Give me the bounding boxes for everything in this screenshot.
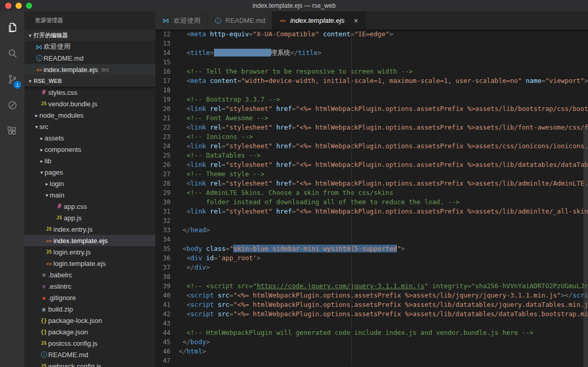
tree-item-index-template-ejs[interactable]: <>index.template.ejs [24,235,155,246]
code-line[interactable]: 34 [155,235,588,244]
open-editor-item-readme[interactable]: iREADME.md [24,52,155,64]
git-icon: ◆ [39,295,48,301]
code-line[interactable]: 45 </body> [155,337,588,347]
tree-item-app-css[interactable]: #app.css [24,201,155,212]
code-line[interactable]: 23 <!-- Ionicons --> [155,132,588,142]
info-icon: i [35,55,44,61]
code-text: <link rel="stylesheet" href="<%= htmlWeb… [179,207,588,215]
code-line[interactable]: 21 <!-- Font Awesome --> [155,114,588,123]
code-line[interactable]: 32 [155,216,588,225]
vscode-window: index.template.ejs — rse_web 1 [0,0,588,367]
tree-item-src[interactable]: ▾src [24,121,155,132]
extensions-icon[interactable] [0,118,24,144]
code-line[interactable]: 31 <link rel="stylesheet" href="<%= html… [155,207,588,216]
editor-scrollbar[interactable] [583,126,588,367]
code-line[interactable]: 27 <!-- Theme style --> [155,170,588,179]
line-number: 13 [155,39,179,48]
code-line[interactable]: 25 <!-- DataTables --> [155,151,588,160]
tree-item-label: app.css [64,203,87,210]
tree-item-webpack-config-js[interactable]: JSwebpack.config.js [24,360,155,367]
code-line[interactable]: 33 </head> [155,225,588,235]
code-line[interactable]: 41 <script src="<%= htmlWebpackPlugin.op… [155,300,588,309]
code-line[interactable]: 37 </div> [155,263,588,272]
code-line[interactable]: 46</html> [155,347,588,356]
tree-item-package-json[interactable]: {}package.json [24,326,155,337]
code-line[interactable]: 38 [155,272,588,281]
open-editor-item-welcome[interactable]: ⋈欢迎使用 [24,41,155,52]
code-editor[interactable]: 12 <meta http-equiv="X-UA-Compatible" co… [155,30,588,367]
code-line[interactable]: 30 folder instead of downloading all of … [155,197,588,207]
tree-item-postcss-config-js[interactable]: JSpostcss.config.js [24,337,155,349]
code-line[interactable]: 39 <!-- <script src="https://code.jquery… [155,281,588,291]
workspace-section-header[interactable]: ▾ RSE_WEB [24,75,155,87]
tree-item-package-lock-json[interactable]: {}package-lock.json [24,315,155,326]
debug-icon[interactable] [0,92,24,118]
tree-item-build-zip[interactable]: ▣build.zip [24,303,155,315]
zoom-window-button[interactable] [26,3,32,9]
redaction-box [214,49,271,57]
tree-item-assets[interactable]: ▸assets [24,132,155,144]
minimize-window-button[interactable] [16,3,22,9]
line-number: 43 [155,319,179,328]
code-line[interactable]: 14 <title>理系统</title> [155,48,588,58]
open-editor-item-index-template-ejs[interactable]: <>index.template.ejssrc [24,64,155,75]
tab-bar: ⋈欢迎使用iREADME.md<>index.template.ejs× [155,11,588,30]
code-line[interactable]: 29 <!-- AdminLTE Skins. Choose a skin fr… [155,188,588,197]
open-editors-header[interactable]: ▾ 打开的编辑器 [24,30,155,41]
tree-item-vendor-bundle-js[interactable]: JSvendor.bundle.js [24,98,155,109]
tree-item-components[interactable]: ▸components [24,144,155,155]
zip-icon: ▣ [39,306,48,312]
source-control-icon[interactable]: 1 [0,66,24,92]
tree-item-gitignore[interactable]: ◆.gitignore [24,292,155,303]
code-line[interactable]: 20 <link rel="stylesheet" href="<%= html… [155,104,588,114]
code-line[interactable]: 18 [155,86,588,95]
tree-item-lib[interactable]: ▸lib [24,155,155,166]
tree-item-pages[interactable]: ▾pages [24,166,155,178]
tree-item-label: webpack.config.js [48,362,102,367]
tree-item-app-js[interactable]: JSapp.js [24,212,155,223]
tree-item-login[interactable]: ▸login [24,178,155,189]
line-number: 23 [155,132,179,142]
code-line[interactable]: 13 [155,39,588,48]
traffic-lights [5,3,32,9]
code-line[interactable]: 12 <meta http-equiv="X-UA-Compatible" co… [155,30,588,39]
tree-item-readme-md[interactable]: iREADME.md [24,349,155,360]
code-line[interactable]: 35 <body class="skin-blue sidebar-mini w… [155,244,588,253]
code-line[interactable]: 26 <link rel="stylesheet" href="<%= html… [155,160,588,170]
tree-item-eslintrc[interactable]: ◇.eslintrc [24,280,155,292]
code-line[interactable]: 40 <script src="<%= htmlWebpackPlugin.op… [155,291,588,300]
code-line[interactable]: 19 <!-- Bootstrap 3.3.7 --> [155,95,588,104]
tree-item-main[interactable]: ▾main [24,189,155,201]
code-line[interactable]: 24 <link rel="stylesheet" href="<%= html… [155,142,588,151]
code-line[interactable]: 28 <link rel="stylesheet" href="<%= html… [155,179,588,188]
tree-item-styles-css[interactable]: #styles.css [24,87,155,98]
code-line[interactable]: 47 [155,356,588,365]
code-line[interactable]: 43 [155,319,588,328]
tree-item-login-template-ejs[interactable]: <>login.template.ejs [24,258,155,269]
code-text: </head> [179,226,210,234]
code-text: <!-- <script src="https://code.jquery.co… [179,282,588,290]
close-window-button[interactable] [5,3,11,9]
code-text: <!-- Bootstrap 3.3.7 --> [179,95,280,103]
tree-item-login-entry-js[interactable]: JSlogin.entry.js [24,246,155,258]
code-line[interactable]: 42 <script src="<%= htmlWebpackPlugin.op… [155,309,588,319]
code-line[interactable]: 17 <meta content="width=device-width, in… [155,76,588,86]
tree-item-babelrc[interactable]: ⚙.babelrc [24,269,155,280]
code-line[interactable]: 16 <!-- Tell the browser to be responsiv… [155,67,588,76]
tab-index-template-ejs[interactable]: <>index.template.ejs× [272,11,367,30]
tab-readme[interactable]: iREADME.md [207,11,272,30]
code-line[interactable]: 44 <!-- HtmlWebpackPlugin will generated… [155,328,588,337]
json-icon: {} [39,329,48,335]
js-icon: JS [39,101,48,106]
code-line[interactable]: 36 <div id='app_root'> [155,253,588,263]
indent-guide [351,30,352,365]
tree-item-index-entry-js[interactable]: JSindex.entry.js [24,223,155,235]
line-number: 21 [155,114,179,123]
close-icon[interactable]: × [352,17,360,25]
code-line[interactable]: 22 <link rel="stylesheet" href="<%= html… [155,123,588,132]
code-line[interactable]: 15 [155,58,588,67]
tree-item-node-modules[interactable]: ▸node_modules [24,109,155,121]
explorer-icon[interactable] [0,15,24,40]
tab-welcome[interactable]: ⋈欢迎使用 [155,11,207,30]
search-icon[interactable] [0,40,24,66]
